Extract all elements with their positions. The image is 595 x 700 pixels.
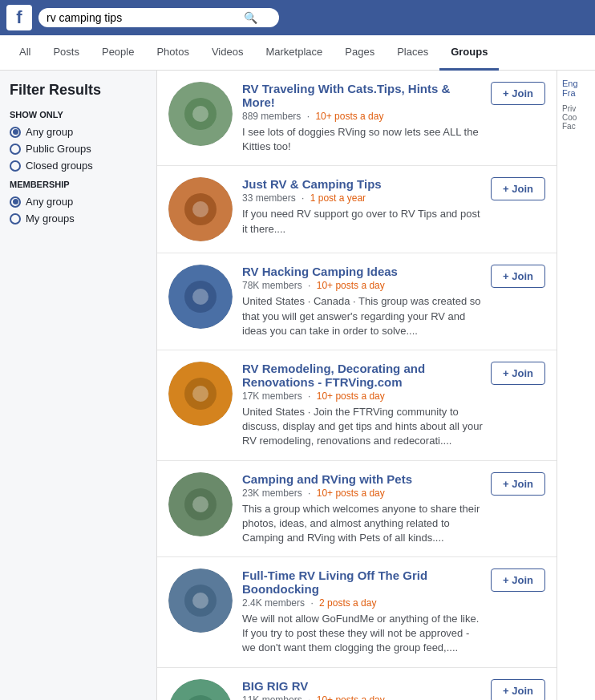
group-desc: I see lots of doggies RVing so now lets … bbox=[242, 125, 483, 154]
group-text-block: RV Traveling With Cats.Tips, Hints & Mor… bbox=[242, 82, 483, 154]
join-button[interactable]: + Join bbox=[491, 568, 545, 592]
group-card: BIG RIG RV 11K members · 10+ posts a day… bbox=[157, 668, 557, 700]
group-card-top: Just RV & Camping Tips 33 members · 1 po… bbox=[242, 177, 545, 236]
tab-people[interactable]: People bbox=[91, 35, 145, 71]
group-name[interactable]: Camping and RVing with Pets bbox=[242, 472, 483, 486]
group-meta: 17K members · 10+ posts a day bbox=[242, 390, 483, 402]
group-text-block: RV Hacking Camping Ideas 78K members · 1… bbox=[242, 265, 483, 338]
group-posts: 1 post a year bbox=[310, 192, 366, 204]
group-meta: 11K members · 10+ posts a day bbox=[242, 694, 483, 700]
join-button[interactable]: + Join bbox=[491, 679, 545, 700]
group-desc: This a group which welcomes anyone to sh… bbox=[242, 502, 483, 546]
join-button[interactable]: + Join bbox=[491, 82, 545, 105]
group-text-block: Just RV & Camping Tips 33 members · 1 po… bbox=[242, 177, 483, 236]
search-icon[interactable]: 🔍 bbox=[244, 11, 257, 24]
svg-point-2 bbox=[192, 106, 208, 122]
group-thumbnail bbox=[168, 177, 233, 241]
tab-marketplace[interactable]: Marketplace bbox=[254, 35, 334, 71]
radio-closed-groups[interactable]: Closed groups bbox=[10, 160, 147, 172]
tab-places[interactable]: Places bbox=[386, 35, 439, 71]
group-meta: 33 members · 1 post a year bbox=[242, 192, 483, 204]
group-desc: United States · Join the FTRVing communi… bbox=[242, 405, 483, 449]
group-posts: 2 posts a day bbox=[319, 597, 376, 609]
group-card-top: RV Traveling With Cats.Tips, Hints & Mor… bbox=[242, 82, 545, 154]
group-meta: 23K members · 10+ posts a day bbox=[242, 488, 483, 499]
facebook-logo: f bbox=[6, 5, 32, 30]
group-card: Full-Time RV Living Off The Grid Boondoc… bbox=[157, 557, 557, 668]
group-name[interactable]: Full-Time RV Living Off The Grid Boondoc… bbox=[242, 568, 483, 596]
radio-my-groups[interactable]: My groups bbox=[10, 212, 147, 225]
group-card: RV Hacking Camping Ideas 78K members · 1… bbox=[157, 253, 557, 350]
group-posts: 10+ posts a day bbox=[317, 488, 385, 499]
right-panel: Eng Fra Priv Coo Fac bbox=[557, 71, 595, 700]
group-card: Camping and RVing with Pets 23K members … bbox=[157, 461, 557, 558]
group-text-block: BIG RIG RV 11K members · 10+ posts a day… bbox=[242, 679, 483, 700]
tab-posts[interactable]: Posts bbox=[42, 35, 91, 71]
group-text-block: Camping and RVing with Pets 23K members … bbox=[242, 472, 483, 546]
filter-results-title: Filter Results bbox=[10, 82, 147, 99]
group-thumbnail bbox=[168, 265, 233, 329]
group-name[interactable]: BIG RIG RV bbox=[242, 679, 483, 693]
group-info: Full-Time RV Living Off The Grid Boondoc… bbox=[242, 568, 545, 656]
tab-groups[interactable]: Groups bbox=[439, 35, 499, 71]
group-members: 78K members bbox=[242, 280, 302, 291]
group-card-top: Full-Time RV Living Off The Grid Boondoc… bbox=[242, 568, 545, 656]
group-desc: United States · Canada · This group was … bbox=[242, 294, 483, 338]
group-card: RV Traveling With Cats.Tips, Hints & Mor… bbox=[157, 71, 557, 166]
group-thumbnail bbox=[168, 568, 233, 633]
radio-public-groups[interactable]: Public Groups bbox=[10, 143, 147, 155]
group-posts: 10+ posts a day bbox=[315, 111, 383, 122]
group-name[interactable]: RV Traveling With Cats.Tips, Hints & Mor… bbox=[242, 82, 483, 109]
group-meta: 889 members · 10+ posts a day bbox=[242, 111, 483, 122]
radio-label-closed: Closed groups bbox=[26, 160, 93, 172]
tab-videos[interactable]: Videos bbox=[200, 35, 255, 71]
group-thumbnail bbox=[168, 679, 233, 700]
group-members: 17K members bbox=[242, 390, 302, 402]
rp-line-1[interactable]: Eng bbox=[562, 79, 590, 88]
group-name[interactable]: Just RV & Camping Tips bbox=[242, 177, 483, 191]
radio-label-any-group: Any group bbox=[26, 126, 73, 138]
group-name[interactable]: RV Hacking Camping Ideas bbox=[242, 265, 483, 278]
group-text-block: RV Remodeling, Decorating and Renovation… bbox=[242, 362, 483, 449]
rp-line-4: Coo bbox=[562, 113, 590, 122]
group-thumbnail bbox=[168, 472, 233, 536]
svg-point-8 bbox=[192, 289, 208, 305]
join-button[interactable]: + Join bbox=[491, 265, 545, 288]
radio-circle-any-group bbox=[10, 127, 21, 138]
group-card: Just RV & Camping Tips 33 members · 1 po… bbox=[157, 166, 557, 253]
group-name[interactable]: RV Remodeling, Decorating and Renovation… bbox=[242, 362, 483, 389]
group-card-top: RV Hacking Camping Ideas 78K members · 1… bbox=[242, 265, 545, 338]
radio-circle-my-groups bbox=[10, 213, 21, 225]
group-card-top: BIG RIG RV 11K members · 10+ posts a day… bbox=[242, 679, 545, 700]
membership-label: MEMBERSHIP bbox=[10, 180, 147, 189]
group-info: BIG RIG RV 11K members · 10+ posts a day… bbox=[242, 679, 545, 700]
group-members: 23K members bbox=[242, 488, 302, 499]
svg-point-11 bbox=[192, 386, 208, 402]
group-info: RV Traveling With Cats.Tips, Hints & Mor… bbox=[242, 82, 545, 154]
group-card-top: RV Remodeling, Decorating and Renovation… bbox=[242, 362, 545, 449]
join-button[interactable]: + Join bbox=[491, 472, 545, 496]
radio-any-group[interactable]: Any group bbox=[10, 126, 147, 138]
radio-circle-closed bbox=[10, 160, 21, 172]
radio-any-group-mem[interactable]: Any group bbox=[10, 196, 147, 208]
rp-line-2[interactable]: Fra bbox=[562, 88, 590, 98]
group-card-top: Camping and RVing with Pets 23K members … bbox=[242, 472, 545, 546]
top-bar: f 🔍 bbox=[0, 0, 595, 35]
show-only-group: Any group Public Groups Closed groups bbox=[10, 126, 147, 172]
tab-pages[interactable]: Pages bbox=[334, 35, 386, 71]
group-desc: If you need RV support go over to RV Tip… bbox=[242, 207, 483, 236]
search-input[interactable] bbox=[47, 11, 239, 24]
group-thumbnail bbox=[168, 82, 233, 146]
join-button[interactable]: + Join bbox=[491, 177, 545, 200]
radio-label-my-groups: My groups bbox=[26, 212, 75, 225]
join-button[interactable]: + Join bbox=[491, 362, 545, 385]
rp-line-5: Fac bbox=[562, 122, 590, 131]
main-layout: Filter Results SHOW ONLY Any group Publi… bbox=[0, 71, 595, 700]
group-posts: 10+ posts a day bbox=[317, 390, 385, 402]
radio-circle-any-mem bbox=[10, 196, 21, 208]
tab-photos[interactable]: Photos bbox=[145, 35, 200, 71]
group-meta: 78K members · 10+ posts a day bbox=[242, 280, 483, 291]
group-info: RV Remodeling, Decorating and Renovation… bbox=[242, 362, 545, 449]
group-desc: We will not allow GoFundMe or anything o… bbox=[242, 612, 483, 656]
tab-all[interactable]: All bbox=[8, 35, 42, 71]
